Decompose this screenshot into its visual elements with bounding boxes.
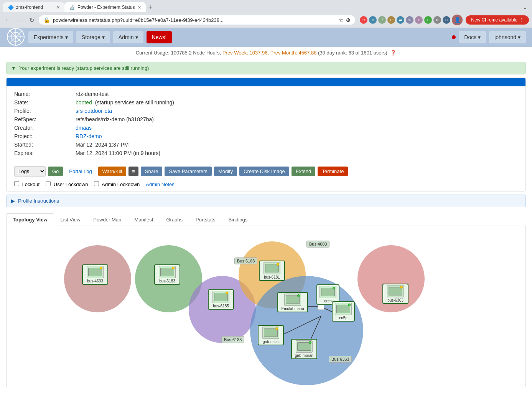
current-usage-value: 100785.2 Node Hours, (171, 50, 221, 56)
node-bus-4603[interactable]: bus-4603 (82, 264, 108, 285)
node-status-bus4603 (100, 267, 102, 269)
exp-project-row: Project: RDZ-demo (14, 133, 518, 139)
node-gnb-ustar[interactable]: gnb-ustar (258, 325, 284, 345)
admin-lockdown-checkbox[interactable] (94, 181, 99, 186)
tab-close-1[interactable]: ✕ (56, 5, 60, 10)
portal-log-button[interactable]: Portal Log (65, 167, 96, 176)
new-tab-button[interactable]: + (146, 3, 155, 12)
ext-icon-5[interactable]: ⇄ (397, 16, 404, 24)
tab-powder-map[interactable]: Powder Map (87, 213, 128, 226)
exp-state-booted: booted (76, 99, 92, 106)
node-icon-bus6183 (159, 266, 176, 278)
exp-started-value: Mar 12, 2024 1:37 PM (76, 142, 129, 148)
node-icon-bus6181 (264, 262, 280, 274)
node-bus-6183[interactable]: bus-6183 (154, 264, 180, 285)
chrome-update-button[interactable]: New Chrome available ⋮ (466, 15, 529, 25)
exp-creator-value[interactable]: dmaas (76, 125, 92, 131)
logs-select[interactable]: Logs Serial Console (14, 166, 46, 177)
node-status-gnb-ustar (275, 327, 278, 330)
tab-bindings[interactable]: Bindings (222, 213, 254, 226)
tab-portstats[interactable]: Portstats (189, 213, 222, 226)
tab-powder[interactable]: 🔬 Powder - Experiment Status ✕ (64, 2, 146, 12)
lockout-checkbox[interactable] (14, 181, 19, 186)
tab-more-button[interactable]: ⌄ (521, 3, 529, 12)
user-lockdown-label[interactable]: User Lockdown (46, 181, 88, 187)
refresh-button[interactable]: ↻ (28, 16, 36, 25)
node-gnb-moran[interactable]: gnb-moran (291, 339, 317, 359)
warn-kill-button[interactable]: Warn/Kill (98, 167, 127, 176)
extend-button[interactable]: Extend (292, 167, 315, 176)
address-bar[interactable]: 🔒 powderwireless.net/status.php?uuid=e8b… (39, 15, 355, 25)
admin-lockdown-label[interactable]: Admin Lockdown (94, 181, 140, 187)
tab-title-1: zms-frontend (16, 5, 53, 10)
exp-state-rest: (startup services are still running) (95, 99, 174, 106)
create-disk-image-button[interactable]: Create Disk Image (239, 167, 289, 176)
exp-creator-label: Creator: (14, 125, 76, 131)
node-cn5g[interactable]: cn5g (332, 301, 355, 322)
tab-favicon-1: 🔷 (8, 5, 13, 10)
node-bus-6181[interactable]: bus-6181 (259, 261, 285, 281)
exp-creator-row: Creator: dmaas (14, 125, 518, 131)
tab-graphs[interactable]: Graphs (160, 213, 189, 226)
tab-topology-label: Topology View (13, 217, 48, 223)
lockout-label[interactable]: Lockout (14, 181, 40, 187)
node-bus-6363[interactable]: bus-6363 (382, 284, 408, 304)
profile-instr-label: Profile Instructions (18, 198, 59, 204)
exp-project-value[interactable]: RDZ-demo (76, 133, 102, 139)
ext-icon-6[interactable]: ✎ (406, 16, 413, 24)
node-status-orch (333, 287, 335, 289)
nav-experiments[interactable]: Experiments ▾ (28, 31, 73, 43)
node-bus-6185[interactable]: bus-6185 (208, 289, 234, 310)
tab-manifest[interactable]: Manifest (128, 213, 160, 226)
topology-canvas: Bus 4603 Bus 6183 Bus 6185 Bus 6363 bus-… (6, 226, 526, 387)
experiment-status-header[interactable]: ▼ Your experiment is ready (startup serv… (7, 62, 525, 74)
tab-bindings-label: Bindings (228, 217, 247, 223)
nav-admin[interactable]: Admin ▾ (113, 31, 143, 43)
address-icons: ☆ ⊕ (339, 17, 351, 23)
prev-month-label: Prev Month: (270, 50, 297, 56)
exp-profile-value[interactable]: srs-outdoor-ota (76, 108, 112, 114)
tab-zms-frontend[interactable]: 🔷 zms-frontend ✕ (3, 2, 64, 12)
node-emulabmario[interactable]: Emulabmario (277, 292, 308, 312)
admin-lockdown-text: Admin Lockdown (102, 182, 140, 187)
ext-icon-1[interactable]: R (360, 16, 367, 24)
experiment-status-container: ▼ Your experiment is ready (startup serv… (6, 62, 526, 74)
ext-icon-2[interactable]: A (369, 16, 377, 24)
nav-news[interactable]: News! (147, 31, 172, 43)
nav-docs[interactable]: Docs ▾ (459, 31, 486, 43)
ext-icon-7[interactable]: P (415, 16, 423, 24)
exp-name-label: Name: (14, 91, 76, 97)
save-parameters-button[interactable]: Save Parameters (165, 167, 211, 176)
node-label-cn5g: cn5g (339, 316, 348, 320)
tab-close-2[interactable]: ✕ (138, 5, 141, 10)
ext-icon-3[interactable]: f (378, 16, 386, 24)
share-button[interactable]: Share (141, 167, 163, 176)
go-button[interactable]: Go (48, 167, 63, 176)
nav-storage-dropdown-icon: ▾ (102, 34, 105, 40)
tab-list-view[interactable]: List View (54, 213, 87, 226)
ext-icon-8[interactable]: G (424, 16, 432, 24)
ext-icon-10[interactable]: □ (443, 16, 450, 24)
share-address-icon[interactable]: ⊕ (346, 17, 351, 23)
nav-storage[interactable]: Storage ▾ (76, 31, 110, 43)
modify-button[interactable]: Modify (214, 167, 237, 176)
ext-icon-4[interactable]: P (387, 16, 395, 24)
align-button[interactable]: ≡ (128, 167, 138, 176)
forward-button[interactable]: → (15, 16, 25, 24)
ext-icon-9[interactable]: ⚙ (433, 16, 441, 24)
tab-topology-view[interactable]: Topology View (6, 213, 54, 226)
bookmark-icon[interactable]: ☆ (339, 17, 344, 23)
back-button[interactable]: ← (3, 16, 12, 24)
lockout-text: Lockout (22, 182, 40, 187)
brand-logo: ❄ (6, 27, 25, 48)
user-lockdown-checkbox[interactable] (46, 181, 51, 186)
prev-week-label: Prev Week: (222, 50, 248, 56)
exp-name-value: rdz-demo-test (76, 91, 109, 97)
tab-portstats-label: Portstats (196, 217, 215, 223)
terminate-button[interactable]: Terminate (318, 167, 348, 176)
admin-notes-link[interactable]: Admin Notes (146, 182, 174, 187)
ext-icon-profile[interactable]: 👤 (452, 15, 463, 25)
help-icon[interactable]: ❓ (390, 50, 396, 56)
profile-instructions[interactable]: ▶ Profile Instructions (6, 195, 526, 207)
nav-user[interactable]: johnsond ▾ (489, 31, 526, 43)
